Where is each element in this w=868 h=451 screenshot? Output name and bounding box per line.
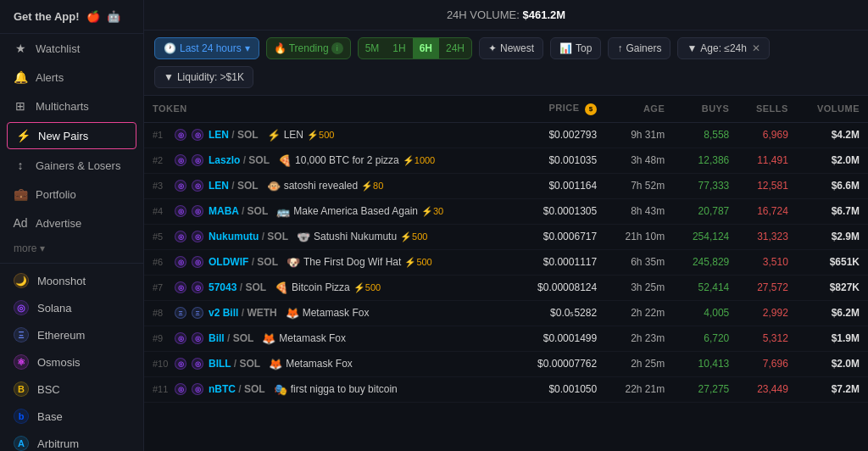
volume-cell-6: $827K bbox=[797, 275, 868, 300]
buys-cell-2: 77,333 bbox=[673, 173, 737, 198]
chain-item-moonshot[interactable]: 🌙 Moonshot bbox=[0, 267, 143, 294]
token-desc: 🐶 The First Dog Wif Hat ⚡500 bbox=[287, 256, 432, 269]
table-row[interactable]: #9 ◎ ◎ Bill / SOL 🦊 Metamask Fox $0.0001… bbox=[144, 326, 868, 351]
col-age: AGE bbox=[605, 96, 673, 122]
alerts-icon: 🔔 bbox=[14, 70, 27, 84]
sidebar-item-alerts[interactable]: 🔔 Alerts bbox=[0, 63, 143, 92]
buys-cell-4: 254,124 bbox=[673, 224, 737, 249]
time-btn-5m[interactable]: 5M bbox=[359, 38, 387, 58]
price-info-icon: $ bbox=[585, 103, 597, 115]
table-row[interactable]: #5 ◎ ◎ Nukumutu / SOL 🐨 Satushi Nukumutu… bbox=[144, 224, 868, 249]
sidebar-item-new-pairs[interactable]: ⚡ New Pairs bbox=[7, 122, 136, 149]
price-cell-10: $0.001050 bbox=[514, 376, 605, 402]
token-emoji: 🦊 bbox=[286, 307, 299, 320]
sidebar-item-label: Portfolio bbox=[36, 188, 76, 201]
pair-name: OLDWIF / SOL bbox=[209, 256, 278, 268]
age-cell-8: 2h 23m bbox=[605, 326, 673, 351]
age-filter[interactable]: ▼ Age: ≤24h ✕ bbox=[677, 37, 770, 59]
col-buys: BUYS bbox=[673, 96, 737, 122]
volume-cell-5: $651K bbox=[797, 249, 868, 275]
buys-cell-8: 6,720 bbox=[673, 326, 737, 351]
volume-cell-8: $1.9M bbox=[797, 326, 868, 351]
volume-cell-4: $2.9M bbox=[797, 224, 868, 249]
chain-icon: ◎ bbox=[175, 383, 186, 395]
pair-name: nBTC / SOL bbox=[209, 383, 265, 395]
bar-chart-icon: 📊 bbox=[559, 42, 572, 54]
token-desc: 🚌 Make America Based Again ⚡30 bbox=[276, 205, 443, 218]
sidebar-item-multicharts[interactable]: ⊞ Multicharts bbox=[0, 92, 143, 120]
apple-icon: 🍎 bbox=[86, 10, 100, 23]
age-cell-1: 3h 48m bbox=[605, 148, 673, 173]
table-row[interactable]: #7 ◎ ◎ 57043 / SOL 🍕 Bitcoin Pizza ⚡500 … bbox=[144, 275, 868, 300]
token-desc: 🦊 Metamask Fox bbox=[262, 332, 346, 345]
token-label: Metamask Fox bbox=[279, 332, 346, 344]
volume-cell-9: $2.0M bbox=[797, 351, 868, 376]
token-emoji: 🚌 bbox=[276, 205, 290, 218]
chain-item-solana[interactable]: ◎ Solana bbox=[0, 294, 143, 321]
sidebar-item-portfolio[interactable]: 💼 Portfolio bbox=[0, 180, 143, 209]
chain-icon2: ◎ bbox=[192, 383, 203, 395]
sidebar-header[interactable]: Get the App! 🍎 🤖 bbox=[0, 0, 143, 34]
sells-cell-3: 16,724 bbox=[737, 198, 797, 224]
gainers-button[interactable]: ↑ Gainers bbox=[608, 37, 670, 59]
chain-item-base[interactable]: b Base bbox=[0, 403, 143, 430]
col-sells: SELLS bbox=[737, 96, 797, 122]
sidebar-item-advertise[interactable]: Ad Advertise bbox=[0, 209, 143, 237]
buys-cell-6: 52,414 bbox=[673, 275, 737, 300]
chain-item-arbitrum[interactable]: A Arbitrum bbox=[0, 430, 143, 451]
volume-label: 24H VOLUME: bbox=[447, 8, 520, 21]
time-range-button[interactable]: 🕐 Last 24 hours ▾ bbox=[154, 37, 259, 59]
row-num: #6 bbox=[153, 257, 170, 267]
token-label: 10,000 BTC for 2 pizza bbox=[295, 154, 399, 166]
liquidity-filter[interactable]: ▼ Liquidity: >$1K bbox=[154, 66, 253, 88]
time-btn-1h[interactable]: 1H bbox=[386, 38, 412, 58]
sells-cell-5: 3,510 bbox=[737, 249, 797, 275]
advertise-icon: Ad bbox=[14, 216, 27, 230]
main-content: 24H VOLUME: $461.2M 🕐 Last 24 hours ▾ 🔥 … bbox=[144, 0, 868, 451]
sidebar-item-gainers-losers[interactable]: ↕ Gainers & Losers bbox=[0, 151, 143, 180]
table-row[interactable]: #11 ◎ ◎ nBTC / SOL 🎭 first nigga to buy … bbox=[144, 376, 868, 402]
chain-icon: ◎ bbox=[175, 205, 186, 217]
token-emoji: 🍕 bbox=[275, 281, 288, 294]
trending-button[interactable]: 🔥 Trending i bbox=[266, 37, 351, 59]
table-row[interactable]: #8 Ξ Ξ v2 Bill / WETH 🦊 Metamask Fox $0.… bbox=[144, 300, 868, 326]
table-row[interactable]: #3 ◎ ◎ LEN / SOL 🐵 satoshi revealed ⚡80 … bbox=[144, 173, 868, 198]
age-cell-6: 3h 25m bbox=[605, 275, 673, 300]
sidebar-item-label: Alerts bbox=[36, 71, 64, 84]
sells-cell-7: 2,992 bbox=[737, 300, 797, 326]
chain-item-osmosis[interactable]: ⚛ Osmosis bbox=[0, 348, 143, 376]
price-cell-9: $0.00007762 bbox=[514, 351, 605, 376]
chain-icon2: ◎ bbox=[192, 154, 203, 166]
bsc-icon: B bbox=[14, 381, 29, 397]
top-button[interactable]: 📊 Top bbox=[550, 37, 601, 59]
table-row[interactable]: #2 ◎ ◎ Laszlo / SOL 🍕 10,000 BTC for 2 p… bbox=[144, 148, 868, 173]
time-btn-6h[interactable]: 6H bbox=[413, 38, 439, 58]
chain-icon: ◎ bbox=[175, 332, 186, 344]
table-row[interactable]: #10 ◎ ◎ BILL / SOL 🦊 Metamask Fox $0.000… bbox=[144, 351, 868, 376]
chain-icon2: Ξ bbox=[192, 307, 203, 319]
chain-icon2: ◎ bbox=[192, 129, 203, 141]
sidebar-item-watchlist[interactable]: ★ Watchlist bbox=[0, 34, 143, 63]
chain-item-ethereum[interactable]: Ξ Ethereum bbox=[0, 321, 143, 348]
row-num: #3 bbox=[153, 181, 170, 191]
chain-item-bsc[interactable]: B BSC bbox=[0, 376, 143, 403]
sidebar-item-label: Advertise bbox=[36, 217, 81, 230]
newest-button[interactable]: ✦ Newest bbox=[479, 37, 543, 59]
price-cell-2: $0.001164 bbox=[514, 173, 605, 198]
token-desc: 🍕 Bitcoin Pizza ⚡500 bbox=[275, 281, 381, 294]
sidebar-more[interactable]: more ▾ bbox=[0, 237, 143, 259]
sidebar-chains: 🌙 Moonshot ◎ Solana Ξ Ethereum ⚛ Osmosis… bbox=[0, 267, 143, 451]
gainers-losers-icon: ↕ bbox=[14, 159, 27, 172]
table-row[interactable]: #1 ◎ ◎ LEN / SOL ⚡ LEN ⚡500 $0.002793 9h… bbox=[144, 122, 868, 148]
thunder-badge: ⚡500 bbox=[307, 130, 334, 141]
portfolio-icon: 💼 bbox=[14, 187, 27, 201]
age-filter-label: Age: ≤24h bbox=[700, 42, 747, 54]
token-emoji: 🦊 bbox=[262, 332, 275, 345]
price-cell-0: $0.002793 bbox=[514, 122, 605, 148]
table-row[interactable]: #6 ◎ ◎ OLDWIF / SOL 🐶 The First Dog Wif … bbox=[144, 249, 868, 275]
age-filter-close[interactable]: ✕ bbox=[752, 42, 760, 54]
time-btn-24h[interactable]: 24H bbox=[439, 38, 471, 58]
buys-cell-3: 20,787 bbox=[673, 198, 737, 224]
filter-bar: 🕐 Last 24 hours ▾ 🔥 Trending i 5M1H6H24H… bbox=[144, 31, 868, 96]
table-row[interactable]: #4 ◎ ◎ MABA / SOL 🚌 Make America Based A… bbox=[144, 198, 868, 224]
